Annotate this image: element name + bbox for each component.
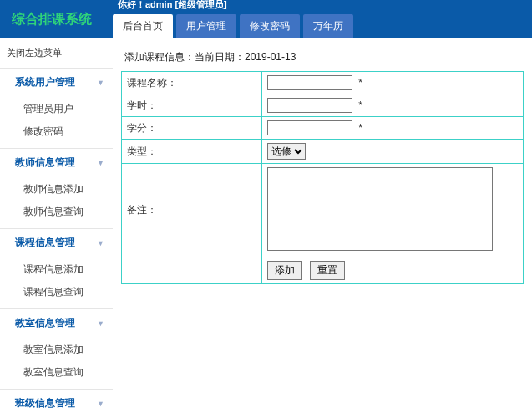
cell-hours: * bbox=[262, 94, 524, 117]
tab-home[interactable]: 后台首页 bbox=[113, 14, 173, 38]
sidebar-group-classrooms: 教室信息管理 ▼ 教室信息添加 教室信息查询 bbox=[0, 308, 113, 389]
row-actions: 添加 重置 bbox=[122, 257, 524, 284]
app-logo: 综合排课系统 bbox=[0, 11, 113, 38]
label-course-name: 课程名称： bbox=[122, 72, 262, 94]
sidebar-group-courses: 课程信息管理 ▼ 课程信息添加 课程信息查询 bbox=[0, 228, 113, 308]
tab-users[interactable]: 用户管理 bbox=[176, 14, 236, 38]
sidebar-group-head[interactable]: 课程信息管理 ▼ bbox=[0, 229, 113, 257]
sidebar-item-teacher-add[interactable]: 教师信息添加 bbox=[0, 178, 113, 201]
row-course-name: 课程名称： * bbox=[122, 72, 524, 94]
top-tabs: 后台首页 用户管理 修改密码 万年历 bbox=[113, 14, 525, 38]
greeting-text: 你好！admin [超级管理员] bbox=[113, 0, 525, 14]
tab-calendar[interactable]: 万年历 bbox=[303, 14, 353, 38]
label-credits: 学分： bbox=[122, 117, 262, 140]
sidebar-group-head[interactable]: 教室信息管理 ▼ bbox=[0, 309, 113, 337]
select-type[interactable]: 选修 bbox=[267, 143, 306, 160]
top-bar: 综合排课系统 你好！admin [超级管理员] 后台首页 用户管理 修改密码 万… bbox=[0, 0, 532, 38]
cell-course-name: * bbox=[262, 72, 524, 94]
sidebar-group-items: 课程信息添加 课程信息查询 bbox=[0, 257, 113, 308]
cell-actions: 添加 重置 bbox=[262, 257, 524, 284]
sidebar-item-change-password[interactable]: 修改密码 bbox=[0, 120, 113, 143]
label-remark: 备注： bbox=[122, 164, 262, 257]
sidebar-item-admin-users[interactable]: 管理员用户 bbox=[0, 98, 113, 120]
chevron-down-icon: ▼ bbox=[97, 79, 104, 87]
required-marker: * bbox=[358, 122, 362, 134]
sidebar-group-title: 系统用户管理 bbox=[15, 75, 75, 89]
submit-button[interactable]: 添加 bbox=[267, 261, 302, 280]
main-content: 添加课程信息：当前日期：2019-01-13 课程名称： * 学时： * 学分： bbox=[113, 38, 532, 418]
row-credits: 学分： * bbox=[122, 117, 524, 140]
cell-actions-spacer bbox=[122, 257, 262, 284]
row-remark: 备注： bbox=[122, 164, 524, 257]
chevron-down-icon: ▼ bbox=[97, 400, 104, 408]
sidebar-item-course-query[interactable]: 课程信息查询 bbox=[0, 281, 113, 303]
top-right: 你好！admin [超级管理员] 后台首页 用户管理 修改密码 万年历 bbox=[113, 0, 532, 38]
sidebar-group-head[interactable]: 班级信息管理 ▼ bbox=[0, 390, 113, 417]
required-marker: * bbox=[358, 77, 362, 89]
chevron-down-icon: ▼ bbox=[97, 239, 104, 247]
sidebar-group-title: 班级信息管理 bbox=[15, 396, 75, 410]
sidebar-group-items: 教室信息添加 教室信息查询 bbox=[0, 337, 113, 389]
input-course-name[interactable] bbox=[267, 75, 352, 90]
sidebar-group-head[interactable]: 教师信息管理 ▼ bbox=[0, 149, 113, 176]
tab-change-password[interactable]: 修改密码 bbox=[240, 14, 300, 38]
layout: 关闭左边菜单 系统用户管理 ▼ 管理员用户 修改密码 教师信息管理 ▼ 教师信息… bbox=[0, 38, 532, 418]
reset-button[interactable]: 重置 bbox=[310, 261, 345, 280]
sidebar-group-title: 教室信息管理 bbox=[15, 316, 75, 330]
required-marker: * bbox=[358, 99, 362, 111]
sidebar: 关闭左边菜单 系统用户管理 ▼ 管理员用户 修改密码 教师信息管理 ▼ 教师信息… bbox=[0, 38, 113, 418]
row-type: 类型： 选修 bbox=[122, 140, 524, 164]
sidebar-item-classroom-query[interactable]: 教室信息查询 bbox=[0, 361, 113, 384]
sidebar-group-system-users: 系统用户管理 ▼ 管理员用户 修改密码 bbox=[0, 68, 113, 148]
sidebar-group-classes: 班级信息管理 ▼ 班级信息添加 班级信息查询 bbox=[0, 389, 113, 418]
chevron-down-icon: ▼ bbox=[97, 319, 104, 328]
sidebar-item-course-add[interactable]: 课程信息添加 bbox=[0, 258, 113, 281]
cell-remark bbox=[262, 164, 524, 257]
input-credits[interactable] bbox=[267, 120, 352, 135]
form-heading: 添加课程信息：当前日期：2019-01-13 bbox=[124, 50, 524, 64]
sidebar-group-head[interactable]: 系统用户管理 ▼ bbox=[0, 69, 113, 96]
label-hours: 学时： bbox=[122, 94, 262, 117]
sidebar-group-items: 教师信息添加 教师信息查询 bbox=[0, 176, 113, 228]
close-sidebar-link[interactable]: 关闭左边菜单 bbox=[0, 43, 113, 68]
course-form-table: 课程名称： * 学时： * 学分： * bbox=[121, 71, 524, 284]
sidebar-group-teachers: 教师信息管理 ▼ 教师信息添加 教师信息查询 bbox=[0, 148, 113, 228]
input-hours[interactable] bbox=[267, 98, 352, 113]
sidebar-item-teacher-query[interactable]: 教师信息查询 bbox=[0, 201, 113, 223]
chevron-down-icon: ▼ bbox=[97, 159, 104, 167]
label-type: 类型： bbox=[122, 140, 262, 164]
sidebar-group-title: 教师信息管理 bbox=[15, 155, 75, 170]
sidebar-group-items: 管理员用户 修改密码 bbox=[0, 96, 113, 148]
row-hours: 学时： * bbox=[122, 94, 524, 117]
textarea-remark[interactable] bbox=[267, 167, 493, 251]
sidebar-group-title: 课程信息管理 bbox=[15, 236, 75, 250]
sidebar-item-classroom-add[interactable]: 教室信息添加 bbox=[0, 339, 113, 361]
cell-credits: * bbox=[262, 117, 524, 140]
cell-type: 选修 bbox=[262, 140, 524, 164]
